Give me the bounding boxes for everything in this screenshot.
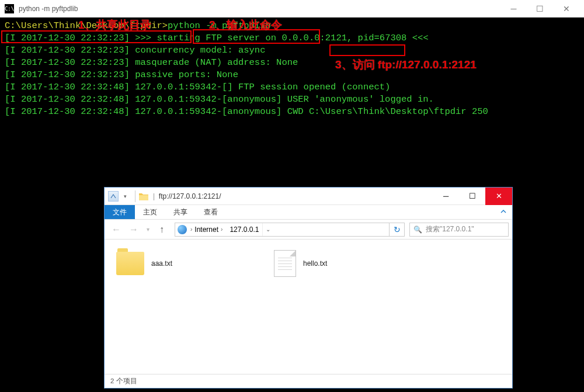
search-icon: 🔍 — [413, 226, 422, 234]
tab-home[interactable]: 主页 — [135, 205, 165, 219]
file-label: hello.txt — [303, 259, 327, 268]
search-placeholder: 搜索"127.0.0.1" — [426, 224, 474, 234]
terminal-line: [I 2017-12-30 22:32:48] 127.0.0.1:59342-… — [5, 106, 579, 118]
file-item[interactable]: hello.txt — [274, 250, 414, 277]
cmd-icon: C:\ — [5, 4, 14, 13]
address-segment[interactable]: ›Internet› — [187, 223, 226, 236]
separator — [135, 190, 135, 202]
exp-maximize-button[interactable]: ☐ — [459, 188, 485, 205]
address-dropdown-icon[interactable]: ⌄ — [262, 223, 273, 236]
ribbon: 文件 主页 共享 查看 — [105, 205, 512, 220]
terminal-body[interactable]: C:\Users\Think\Desktop\ftpdir>python -m … — [0, 18, 584, 120]
file-label: aaa.txt — [151, 259, 172, 268]
ribbon-expand-icon[interactable] — [495, 205, 512, 219]
quick-access-icon[interactable] — [108, 191, 119, 202]
terminal-line: [I 2017-12-30 22:32:23] concurrency mode… — [5, 44, 579, 57]
folder-icon — [116, 252, 144, 275]
prompt-path: C:\Users\Think\Desktop\ftpdir> — [5, 20, 168, 31]
up-button[interactable]: ↑ — [154, 222, 170, 237]
chevron-right-icon: › — [190, 226, 192, 233]
terminal-line: [I 2017-12-30 22:32:23] masquerade (NAT)… — [5, 57, 579, 69]
exp-minimize-button[interactable]: ─ — [433, 188, 459, 205]
explorer-window: ▾ | ftp://127.0.0.1:2121/ ─ ☐ ✕ 文件 主页 共享… — [104, 187, 513, 388]
file-view[interactable]: aaa.txthello.txt — [105, 240, 512, 374]
explorer-title: | ftp://127.0.0.1:2121/ — [151, 192, 433, 200]
tab-share[interactable]: 共享 — [165, 205, 196, 219]
item-count: 2 个项目 — [110, 377, 137, 386]
close-button[interactable]: ✕ — [553, 0, 579, 18]
terminal-line: [I 2017-12-30 22:32:48] 127.0.0.1:59342-… — [5, 81, 579, 93]
prompt-line: C:\Users\Think\Desktop\ftpdir>python -m … — [5, 20, 579, 32]
command-text: python -m pyftpdlib — [168, 20, 271, 31]
search-input[interactable]: 🔍 搜索"127.0.0.1" — [409, 223, 509, 237]
terminal-line: [I 2017-12-30 22:32:23] passive ports: N… — [5, 69, 579, 81]
maximize-button[interactable]: ☐ — [527, 0, 553, 18]
terminal-title: python -m pyftpdlib — [19, 5, 500, 13]
folder-icon — [139, 192, 148, 201]
recent-dropdown[interactable]: ▾ — [143, 222, 152, 237]
address-segment[interactable]: 127.0.0.1 — [226, 223, 262, 236]
address-bar[interactable]: ›Internet› 127.0.0.1 ⌄ ↻ — [175, 223, 405, 237]
exp-close-button[interactable]: ✕ — [485, 188, 512, 205]
forward-button[interactable]: → — [126, 222, 142, 237]
file-item[interactable]: aaa.txt — [116, 250, 256, 277]
back-button[interactable]: ← — [108, 222, 124, 237]
status-bar: 2 个项目 — [105, 374, 512, 388]
quick-access-dropdown-icon[interactable]: ▾ — [120, 191, 130, 202]
document-icon — [274, 250, 296, 277]
terminal-line: [I 2017-12-30 22:32:23] >>> starting FTP… — [5, 32, 579, 44]
tab-view[interactable]: 查看 — [196, 205, 226, 219]
explorer-titlebar[interactable]: ▾ | ftp://127.0.0.1:2121/ ─ ☐ ✕ — [105, 188, 512, 205]
tab-file[interactable]: 文件 — [105, 205, 135, 219]
chevron-right-icon: › — [221, 226, 223, 233]
refresh-button[interactable]: ↻ — [389, 223, 404, 236]
terminal-line: [I 2017-12-30 22:32:48] 127.0.0.1:59342-… — [5, 93, 579, 106]
minimize-button[interactable]: ─ — [500, 0, 527, 18]
terminal-titlebar: C:\ python -m pyftpdlib ─ ☐ ✕ — [0, 0, 584, 18]
globe-icon — [178, 225, 187, 234]
navbar: ← → ▾ ↑ ›Internet› 127.0.0.1 ⌄ ↻ 🔍 搜索"12… — [105, 220, 512, 240]
